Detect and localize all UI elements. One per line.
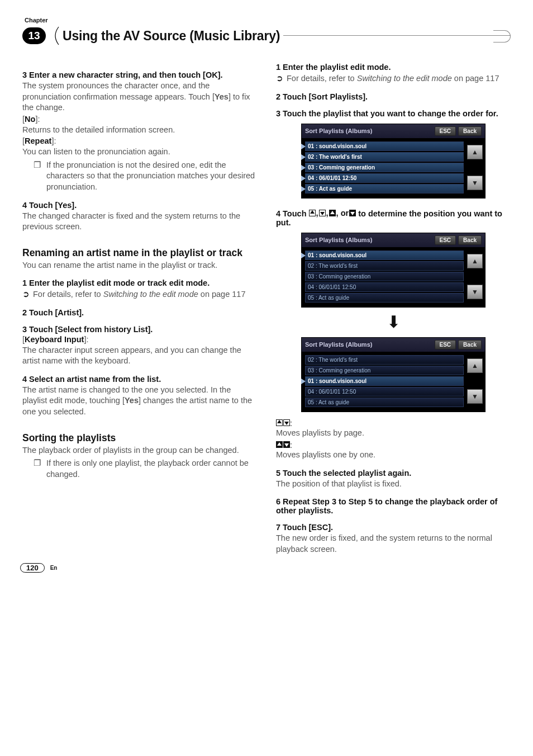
paren-left-icon [51, 26, 59, 45]
outline-up-icon [309, 210, 316, 216]
chapter-label: Chapter [25, 17, 511, 23]
rename-step-4-body: The artist name is changed to the one yo… [22, 385, 257, 418]
list-item[interactable]: 01 : sound.vision.soul [305, 376, 464, 386]
page-footer: 120 En [20, 563, 57, 573]
page-down-button[interactable]: ▼ [467, 176, 483, 190]
chapter-number-bubble: 13 [22, 27, 46, 44]
filled-up-icon [329, 210, 336, 216]
list-item[interactable]: 03 : Comming generation [305, 366, 464, 375]
hand-icon: ➲ [276, 73, 283, 83]
esc-button[interactable]: ESC [435, 126, 456, 136]
rename-step-4: 4 Select an artist name from the list. [22, 375, 257, 384]
option-no: [No]: [22, 115, 257, 124]
hand-icon: ➲ [22, 289, 30, 299]
rename-step-2: 2 Touch [Artist]. [22, 308, 257, 317]
list-item[interactable]: 03 : Comming generation [305, 272, 464, 281]
option-repeat: [Repeat]: [22, 136, 257, 145]
down-arrow-icon: ⬇ [276, 312, 511, 332]
screenshot-title: Sort Playlists (Albums) [305, 127, 432, 134]
rename-intro: You can rename the artist name in the pl… [22, 260, 257, 271]
list-item[interactable]: 05 : Act as guide [305, 398, 464, 407]
screenshot-sort-a: Sort Playlists (Albums) ESC Back 01 : so… [301, 124, 486, 199]
back-button[interactable]: Back [458, 235, 482, 245]
step-3-title: 3 Enter a new character string, and then… [22, 70, 257, 79]
page-lang: En [50, 565, 58, 571]
page-number: 120 [20, 563, 45, 573]
page-up-button[interactable]: ▲ [467, 145, 483, 159]
screenshot-sort-c: Sort Playlists (Albums) ESC Back 02 : Th… [301, 337, 486, 412]
rename-ref-1: ➲For details, refer to Switching to the … [22, 289, 257, 300]
outline-down-icon [283, 419, 290, 426]
esc-button[interactable]: ESC [435, 340, 456, 349]
right-step-7: 7 Touch [ESC]. [276, 523, 511, 532]
page-down-button[interactable]: ▼ [467, 285, 483, 299]
esc-button[interactable]: ESC [435, 235, 456, 245]
step-3-note: ❐ If the pronunciation is not the desire… [34, 160, 257, 193]
right-ref-1: ➲For details, refer to Switching to the … [276, 73, 511, 84]
list-item[interactable]: 04 : 06/01/01 12:50 [305, 173, 464, 183]
bullet-icon: ❐ [34, 160, 41, 193]
list-item[interactable]: 02 : The world's first [305, 152, 464, 162]
screenshot-title: Sort Playlists (Albums) [305, 341, 432, 348]
rename-step-1: 1 Enter the playlist edit mode or track … [22, 278, 257, 287]
step-4-title: 4 Touch [Yes]. [22, 201, 257, 210]
title-rule [283, 35, 511, 36]
icon-legend-page: : Moves playlists by page. [276, 419, 511, 439]
list-item[interactable]: 05 : Act as guide [305, 184, 464, 193]
right-step-4: 4 Touch , , , or to determine the positi… [276, 209, 511, 227]
back-button[interactable]: Back [458, 340, 482, 349]
list-item[interactable]: 04 : 06/01/01 12:50 [305, 387, 464, 396]
list-item[interactable]: 02 : The world's first [305, 355, 464, 365]
filled-down-icon [349, 210, 356, 216]
bullet-icon: ❐ [34, 458, 41, 480]
list-item[interactable]: 04 : 06/01/01 12:50 [305, 282, 464, 292]
back-button[interactable]: Back [458, 126, 482, 136]
outline-up-icon [276, 419, 283, 426]
header-row: 13 Using the AV Source (Music Library) [22, 25, 511, 47]
rename-step-3-body: The character input screen appears, and … [22, 345, 257, 367]
left-column: 3 Enter a new character string, and then… [22, 63, 257, 555]
filled-up-icon [276, 441, 283, 448]
heading-sort: Sorting the playlists [22, 432, 257, 444]
list-item[interactable]: 01 : sound.vision.soul [305, 141, 464, 151]
step-3-body: The system pronounces the character once… [22, 81, 257, 114]
rename-step-3: 3 Touch [Select from history List]. [22, 325, 257, 334]
right-step-2: 2 Touch [Sort Playlists]. [276, 92, 511, 101]
step-4-body: The changed character is fixed and the s… [22, 211, 257, 233]
option-no-body: Returns to the detailed information scre… [22, 125, 257, 136]
page-down-button[interactable]: ▼ [467, 389, 483, 404]
list-item[interactable]: 05 : Act as guide [305, 293, 464, 303]
list-item[interactable]: 01 : sound.vision.soul [305, 251, 464, 260]
right-step-6: 6 Repeat Step 3 to Step 5 to change the … [276, 497, 511, 515]
right-step-1: 1 Enter the playlist edit mode. [276, 63, 511, 72]
outline-down-icon [319, 210, 326, 216]
sort-note: ❐ If there is only one playlist, the pla… [34, 458, 257, 480]
heading-rename: Renaming an artist name in the playlist … [22, 247, 257, 259]
option-repeat-body: You can listen to the pronunciation agai… [22, 147, 257, 158]
page-title: Using the AV Source (Music Library) [63, 29, 280, 44]
right-step-7-body: The new order is fixed, and the system r… [276, 533, 511, 555]
screenshot-title: Sort Playlists (Albums) [305, 237, 432, 243]
filled-down-icon [283, 441, 290, 448]
right-step-5-body: The position of that playlist is fixed. [276, 479, 511, 490]
nav-icons-inline: , , , or [309, 209, 356, 218]
sort-intro: The playback order of playlists in the g… [22, 445, 257, 456]
rename-step-3-option: [Keyboard Input]: [22, 335, 257, 344]
screenshot-sort-b: Sort Playlists (Albums) ESC Back 01 : so… [301, 233, 486, 308]
right-column: 1 Enter the playlist edit mode. ➲For det… [276, 63, 511, 555]
right-step-5: 5 Touch the selected playlist again. [276, 469, 511, 478]
page-up-button[interactable]: ▲ [467, 358, 483, 373]
list-item[interactable]: 02 : The world's first [305, 261, 464, 271]
page-up-button[interactable]: ▲ [467, 254, 483, 268]
list-item[interactable]: 03 : Comming generation [305, 163, 464, 172]
icon-legend-one: : Moves playlists one by one. [276, 441, 511, 461]
right-step-3: 3 Touch the playlist that you want to ch… [276, 109, 511, 118]
